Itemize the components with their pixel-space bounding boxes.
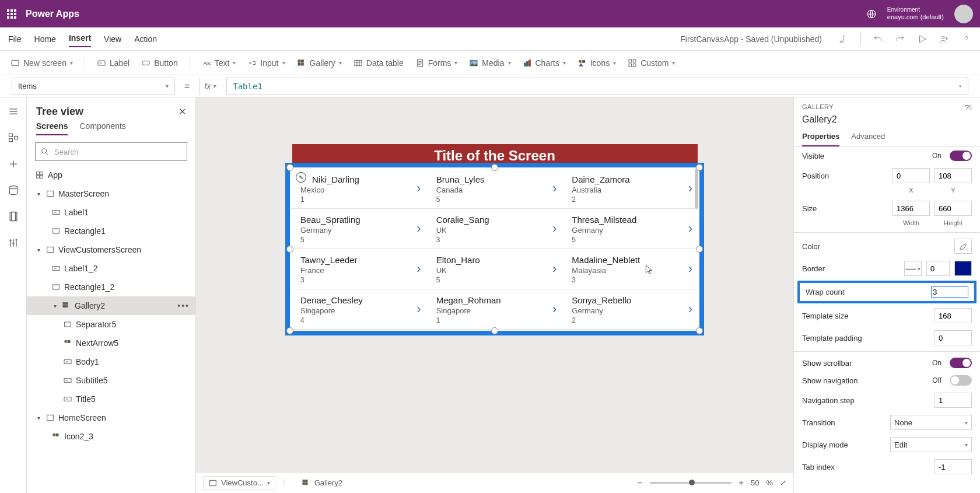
resize-handle-ne[interactable] (696, 164, 703, 171)
next-arrow-icon[interactable]: › (688, 261, 692, 277)
user-avatar[interactable] (954, 5, 973, 23)
preview-icon[interactable] (917, 34, 928, 44)
gallery-cell[interactable]: Niki_DarlingMexico1› (291, 169, 427, 209)
border-color-swatch[interactable] (954, 261, 972, 276)
scrollbar-toggle[interactable] (950, 358, 972, 368)
navigation-toggle[interactable] (950, 375, 972, 386)
tree-node-icon2-3[interactable]: Icon2_3 (27, 427, 195, 446)
tree-node-title5[interactable]: Title5 (27, 390, 195, 408)
properties-tab-advanced[interactable]: Advanced (851, 132, 885, 146)
resize-handle-e[interactable] (696, 246, 703, 253)
menu-action[interactable]: Action (134, 32, 157, 46)
tree-tab-components[interactable]: Components (79, 121, 125, 135)
tree-node-label1[interactable]: Label1 (27, 203, 195, 222)
border-width-input[interactable] (926, 261, 950, 276)
environment-selector[interactable]: Environment enayu.com (default) (887, 6, 944, 21)
zoom-in-icon[interactable]: + (738, 478, 744, 488)
tree-tab-screens[interactable]: Screens (36, 121, 68, 135)
tree-node-gallery2[interactable]: ▾Gallery2••• (27, 296, 195, 315)
gallery-cell[interactable]: Sonya_RebelloGermany2› (562, 289, 698, 330)
resize-handle-sw[interactable] (286, 327, 293, 334)
tree-node-masterscreen[interactable]: ▾MasterScreen (27, 184, 195, 203)
breadcrumb-screen[interactable]: ViewCusto...▾ (203, 476, 275, 490)
tree-node-viewcustomers[interactable]: ▾ViewCustomersScreen (27, 240, 195, 259)
next-arrow-icon[interactable]: › (416, 181, 421, 196)
app-checker-icon[interactable] (838, 34, 849, 44)
tree-close-icon[interactable]: ✕ (178, 106, 186, 117)
position-y-input[interactable] (935, 168, 972, 183)
canvas-area[interactable]: Title of the Screen ✎ Niki_DarlingMexico… (196, 97, 793, 493)
menu-view[interactable]: View (104, 32, 121, 46)
tree-node-subtitle5[interactable]: Subtitle5 (27, 371, 195, 390)
rail-advanced-icon[interactable] (8, 237, 19, 250)
display-mode-dropdown[interactable]: Edit▾ (890, 437, 972, 452)
resize-handle-nw[interactable] (286, 164, 293, 171)
resize-handle-s[interactable] (491, 327, 498, 334)
charts-dropdown[interactable]: Charts▾ (523, 58, 566, 68)
gallery-cell[interactable]: Thresa_MilsteadGermany5› (562, 209, 698, 249)
tree-node-body1[interactable]: Body1 (27, 352, 195, 371)
next-arrow-icon[interactable]: › (552, 302, 556, 317)
resize-handle-se[interactable] (696, 327, 703, 334)
undo-icon[interactable] (873, 34, 883, 44)
tree-node-more-icon[interactable]: ••• (177, 301, 190, 310)
size-width-input[interactable] (892, 201, 930, 216)
gallery-cell[interactable]: Denae_ChesleySingapore4› (291, 289, 427, 330)
next-arrow-icon[interactable]: › (416, 221, 421, 236)
gallery-cell[interactable]: Tawny_LeederFrance3› (291, 249, 427, 289)
forms-dropdown[interactable]: Forms▾ (415, 58, 458, 68)
transition-dropdown[interactable]: None▾ (890, 415, 972, 430)
tree-node-nextarrow5[interactable]: NextArrow5 (27, 334, 195, 352)
help-icon[interactable] (961, 34, 972, 44)
breadcrumb-gallery[interactable]: Gallery2 (297, 477, 347, 489)
text-dropdown[interactable]: Abc Text▾ (202, 58, 236, 68)
next-arrow-icon[interactable]: › (688, 302, 692, 317)
color-picker[interactable] (954, 239, 972, 254)
custom-dropdown[interactable]: Custom▾ (628, 58, 675, 68)
properties-tab-properties[interactable]: Properties (802, 132, 839, 146)
resize-handle-n[interactable] (491, 164, 498, 171)
new-screen-button[interactable]: New screen▾ (10, 58, 73, 68)
size-height-input[interactable] (935, 201, 972, 216)
gallery-cell[interactable]: Coralie_SangUK3› (427, 209, 563, 249)
resize-handle-w[interactable] (286, 246, 293, 253)
next-arrow-icon[interactable]: › (552, 181, 556, 196)
template-padding-input[interactable] (935, 330, 972, 345)
visible-toggle[interactable] (950, 151, 972, 161)
gallery-cell[interactable]: Megan_RohmanSingapore1› (427, 289, 563, 330)
gallery-selection[interactable]: ✎ Niki_DarlingMexico1›Bruna_LylesCanada5… (285, 163, 704, 335)
property-dropdown[interactable]: Items ▾ (12, 78, 175, 95)
wrap-count-input[interactable] (931, 286, 968, 298)
fx-label[interactable]: fx▾ (199, 78, 220, 95)
next-arrow-icon[interactable]: › (416, 261, 421, 277)
gallery-cell[interactable]: Elton_HaroUK5› (427, 249, 563, 289)
tree-node-label1-2[interactable]: Label1_2 (27, 259, 195, 278)
tab-index-input[interactable] (935, 459, 972, 474)
media-dropdown[interactable]: Media▾ (469, 58, 510, 68)
next-arrow-icon[interactable]: › (416, 302, 421, 317)
tree-node-homescreen[interactable]: ▾HomeScreen (27, 408, 195, 427)
zoom-slider[interactable] (650, 482, 732, 484)
waffle-icon[interactable] (7, 9, 16, 19)
tree-node-separator5[interactable]: Separator5 (27, 315, 195, 334)
gallery-cell[interactable]: Daine_ZamoraAustralia2› (562, 169, 698, 209)
gallery-cell[interactable]: Madaline_NeblettMalayasia3› (562, 249, 698, 289)
redo-icon[interactable] (895, 34, 905, 44)
rail-tree-icon[interactable] (8, 132, 19, 145)
rail-media-icon[interactable] (8, 211, 19, 224)
fit-screen-icon[interactable]: ⤢ (780, 478, 786, 487)
tree-node-rectangle1[interactable]: Rectangle1 (27, 222, 195, 240)
next-arrow-icon[interactable]: › (688, 181, 692, 196)
gallery-dropdown[interactable]: Gallery▾ (297, 58, 342, 68)
gallery-cell[interactable]: Beau_SpratlingGermany5› (291, 209, 427, 249)
menu-home[interactable]: Home (34, 32, 56, 46)
rail-insert-icon[interactable] (8, 158, 19, 172)
icons-dropdown[interactable]: Icons▾ (578, 58, 616, 68)
menu-file[interactable]: File (8, 32, 22, 46)
template-size-input[interactable] (935, 308, 972, 323)
properties-help-icon[interactable]: ?⃝ (965, 103, 972, 112)
gallery-cell[interactable]: Bruna_LylesCanada5› (427, 169, 563, 209)
tree-node-app[interactable]: App (27, 166, 195, 184)
tree-node-rectangle1-2[interactable]: Rectangle1_2 (27, 278, 195, 296)
label-button[interactable]: Label (97, 58, 130, 68)
